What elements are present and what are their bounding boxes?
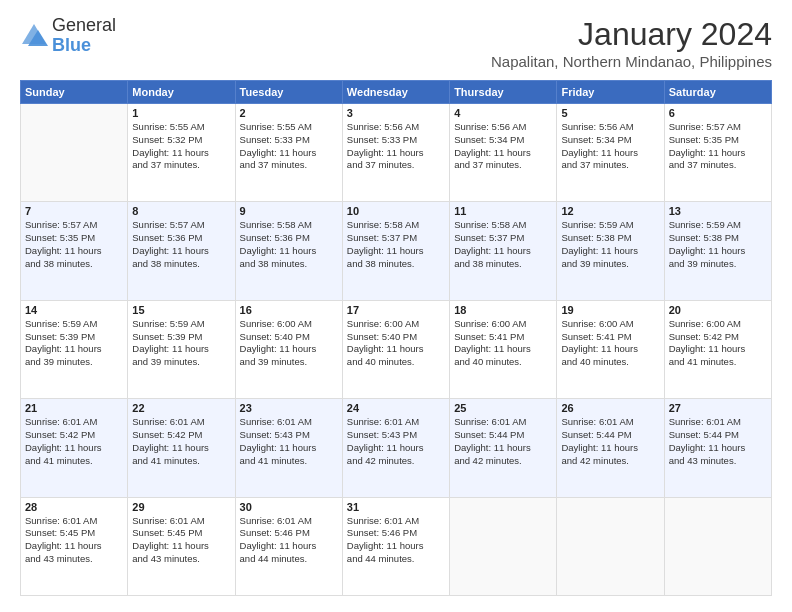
calendar-cell: 23Sunrise: 6:01 AM Sunset: 5:43 PM Dayli… bbox=[235, 399, 342, 497]
calendar-day-header: Wednesday bbox=[342, 81, 449, 104]
calendar-week-row: 21Sunrise: 6:01 AM Sunset: 5:42 PM Dayli… bbox=[21, 399, 772, 497]
day-info: Sunrise: 6:01 AM Sunset: 5:44 PM Dayligh… bbox=[561, 416, 659, 467]
calendar-cell: 6Sunrise: 5:57 AM Sunset: 5:35 PM Daylig… bbox=[664, 104, 771, 202]
day-info: Sunrise: 6:01 AM Sunset: 5:43 PM Dayligh… bbox=[347, 416, 445, 467]
calendar-cell: 16Sunrise: 6:00 AM Sunset: 5:40 PM Dayli… bbox=[235, 300, 342, 398]
calendar-cell: 29Sunrise: 6:01 AM Sunset: 5:45 PM Dayli… bbox=[128, 497, 235, 595]
day-number: 16 bbox=[240, 304, 338, 316]
day-info: Sunrise: 5:58 AM Sunset: 5:37 PM Dayligh… bbox=[347, 219, 445, 270]
day-number: 17 bbox=[347, 304, 445, 316]
calendar-week-row: 1Sunrise: 5:55 AM Sunset: 5:32 PM Daylig… bbox=[21, 104, 772, 202]
day-info: Sunrise: 6:00 AM Sunset: 5:41 PM Dayligh… bbox=[561, 318, 659, 369]
day-number: 21 bbox=[25, 402, 123, 414]
calendar-cell: 30Sunrise: 6:01 AM Sunset: 5:46 PM Dayli… bbox=[235, 497, 342, 595]
calendar-cell: 8Sunrise: 5:57 AM Sunset: 5:36 PM Daylig… bbox=[128, 202, 235, 300]
day-info: Sunrise: 5:55 AM Sunset: 5:33 PM Dayligh… bbox=[240, 121, 338, 172]
day-number: 14 bbox=[25, 304, 123, 316]
day-number: 6 bbox=[669, 107, 767, 119]
calendar-cell bbox=[664, 497, 771, 595]
calendar-cell: 22Sunrise: 6:01 AM Sunset: 5:42 PM Dayli… bbox=[128, 399, 235, 497]
day-info: Sunrise: 6:00 AM Sunset: 5:42 PM Dayligh… bbox=[669, 318, 767, 369]
calendar-cell: 14Sunrise: 5:59 AM Sunset: 5:39 PM Dayli… bbox=[21, 300, 128, 398]
page: General Blue January 2024 Napalitan, Nor… bbox=[0, 0, 792, 612]
day-info: Sunrise: 5:55 AM Sunset: 5:32 PM Dayligh… bbox=[132, 121, 230, 172]
calendar-cell: 2Sunrise: 5:55 AM Sunset: 5:33 PM Daylig… bbox=[235, 104, 342, 202]
day-number: 31 bbox=[347, 501, 445, 513]
subtitle: Napalitan, Northern Mindanao, Philippine… bbox=[491, 53, 772, 70]
calendar-day-header: Monday bbox=[128, 81, 235, 104]
calendar-cell: 27Sunrise: 6:01 AM Sunset: 5:44 PM Dayli… bbox=[664, 399, 771, 497]
day-info: Sunrise: 5:57 AM Sunset: 5:35 PM Dayligh… bbox=[669, 121, 767, 172]
calendar-cell bbox=[450, 497, 557, 595]
logo-text: General Blue bbox=[52, 16, 116, 56]
calendar-cell: 25Sunrise: 6:01 AM Sunset: 5:44 PM Dayli… bbox=[450, 399, 557, 497]
title-block: January 2024 Napalitan, Northern Mindana… bbox=[491, 16, 772, 70]
calendar-day-header: Friday bbox=[557, 81, 664, 104]
day-number: 18 bbox=[454, 304, 552, 316]
calendar-cell: 5Sunrise: 5:56 AM Sunset: 5:34 PM Daylig… bbox=[557, 104, 664, 202]
calendar-cell: 18Sunrise: 6:00 AM Sunset: 5:41 PM Dayli… bbox=[450, 300, 557, 398]
day-info: Sunrise: 6:01 AM Sunset: 5:43 PM Dayligh… bbox=[240, 416, 338, 467]
day-info: Sunrise: 6:01 AM Sunset: 5:46 PM Dayligh… bbox=[240, 515, 338, 566]
day-info: Sunrise: 5:59 AM Sunset: 5:38 PM Dayligh… bbox=[561, 219, 659, 270]
day-number: 13 bbox=[669, 205, 767, 217]
day-number: 28 bbox=[25, 501, 123, 513]
calendar-day-header: Thursday bbox=[450, 81, 557, 104]
calendar-cell: 12Sunrise: 5:59 AM Sunset: 5:38 PM Dayli… bbox=[557, 202, 664, 300]
calendar-cell: 20Sunrise: 6:00 AM Sunset: 5:42 PM Dayli… bbox=[664, 300, 771, 398]
day-number: 26 bbox=[561, 402, 659, 414]
day-info: Sunrise: 6:01 AM Sunset: 5:45 PM Dayligh… bbox=[25, 515, 123, 566]
day-info: Sunrise: 5:58 AM Sunset: 5:36 PM Dayligh… bbox=[240, 219, 338, 270]
calendar-cell: 13Sunrise: 5:59 AM Sunset: 5:38 PM Dayli… bbox=[664, 202, 771, 300]
day-info: Sunrise: 5:56 AM Sunset: 5:34 PM Dayligh… bbox=[454, 121, 552, 172]
calendar-cell: 7Sunrise: 5:57 AM Sunset: 5:35 PM Daylig… bbox=[21, 202, 128, 300]
day-number: 2 bbox=[240, 107, 338, 119]
day-info: Sunrise: 6:01 AM Sunset: 5:42 PM Dayligh… bbox=[25, 416, 123, 467]
day-info: Sunrise: 6:00 AM Sunset: 5:40 PM Dayligh… bbox=[347, 318, 445, 369]
day-number: 12 bbox=[561, 205, 659, 217]
day-info: Sunrise: 6:01 AM Sunset: 5:44 PM Dayligh… bbox=[669, 416, 767, 467]
header: General Blue January 2024 Napalitan, Nor… bbox=[20, 16, 772, 70]
day-number: 22 bbox=[132, 402, 230, 414]
calendar-cell: 15Sunrise: 5:59 AM Sunset: 5:39 PM Dayli… bbox=[128, 300, 235, 398]
main-title: January 2024 bbox=[491, 16, 772, 53]
day-number: 1 bbox=[132, 107, 230, 119]
calendar-cell: 17Sunrise: 6:00 AM Sunset: 5:40 PM Dayli… bbox=[342, 300, 449, 398]
day-info: Sunrise: 5:57 AM Sunset: 5:36 PM Dayligh… bbox=[132, 219, 230, 270]
calendar-cell: 21Sunrise: 6:01 AM Sunset: 5:42 PM Dayli… bbox=[21, 399, 128, 497]
calendar-cell: 10Sunrise: 5:58 AM Sunset: 5:37 PM Dayli… bbox=[342, 202, 449, 300]
calendar-day-header: Sunday bbox=[21, 81, 128, 104]
calendar-cell: 19Sunrise: 6:00 AM Sunset: 5:41 PM Dayli… bbox=[557, 300, 664, 398]
day-info: Sunrise: 5:59 AM Sunset: 5:39 PM Dayligh… bbox=[25, 318, 123, 369]
calendar-cell: 26Sunrise: 6:01 AM Sunset: 5:44 PM Dayli… bbox=[557, 399, 664, 497]
day-number: 11 bbox=[454, 205, 552, 217]
day-number: 19 bbox=[561, 304, 659, 316]
day-number: 9 bbox=[240, 205, 338, 217]
day-info: Sunrise: 6:00 AM Sunset: 5:40 PM Dayligh… bbox=[240, 318, 338, 369]
day-number: 27 bbox=[669, 402, 767, 414]
day-number: 20 bbox=[669, 304, 767, 316]
day-number: 23 bbox=[240, 402, 338, 414]
day-info: Sunrise: 6:01 AM Sunset: 5:44 PM Dayligh… bbox=[454, 416, 552, 467]
day-number: 29 bbox=[132, 501, 230, 513]
day-info: Sunrise: 5:56 AM Sunset: 5:34 PM Dayligh… bbox=[561, 121, 659, 172]
day-number: 10 bbox=[347, 205, 445, 217]
day-number: 3 bbox=[347, 107, 445, 119]
calendar-week-row: 14Sunrise: 5:59 AM Sunset: 5:39 PM Dayli… bbox=[21, 300, 772, 398]
calendar-cell: 24Sunrise: 6:01 AM Sunset: 5:43 PM Dayli… bbox=[342, 399, 449, 497]
logo-general: General bbox=[52, 16, 116, 36]
day-number: 25 bbox=[454, 402, 552, 414]
calendar-week-row: 28Sunrise: 6:01 AM Sunset: 5:45 PM Dayli… bbox=[21, 497, 772, 595]
day-info: Sunrise: 5:57 AM Sunset: 5:35 PM Dayligh… bbox=[25, 219, 123, 270]
day-info: Sunrise: 6:01 AM Sunset: 5:45 PM Dayligh… bbox=[132, 515, 230, 566]
day-number: 7 bbox=[25, 205, 123, 217]
calendar-cell: 1Sunrise: 5:55 AM Sunset: 5:32 PM Daylig… bbox=[128, 104, 235, 202]
calendar-cell: 3Sunrise: 5:56 AM Sunset: 5:33 PM Daylig… bbox=[342, 104, 449, 202]
day-info: Sunrise: 6:00 AM Sunset: 5:41 PM Dayligh… bbox=[454, 318, 552, 369]
day-number: 5 bbox=[561, 107, 659, 119]
calendar-cell: 31Sunrise: 6:01 AM Sunset: 5:46 PM Dayli… bbox=[342, 497, 449, 595]
day-info: Sunrise: 5:59 AM Sunset: 5:39 PM Dayligh… bbox=[132, 318, 230, 369]
day-info: Sunrise: 6:01 AM Sunset: 5:42 PM Dayligh… bbox=[132, 416, 230, 467]
day-number: 15 bbox=[132, 304, 230, 316]
calendar-table: SundayMondayTuesdayWednesdayThursdayFrid… bbox=[20, 80, 772, 596]
